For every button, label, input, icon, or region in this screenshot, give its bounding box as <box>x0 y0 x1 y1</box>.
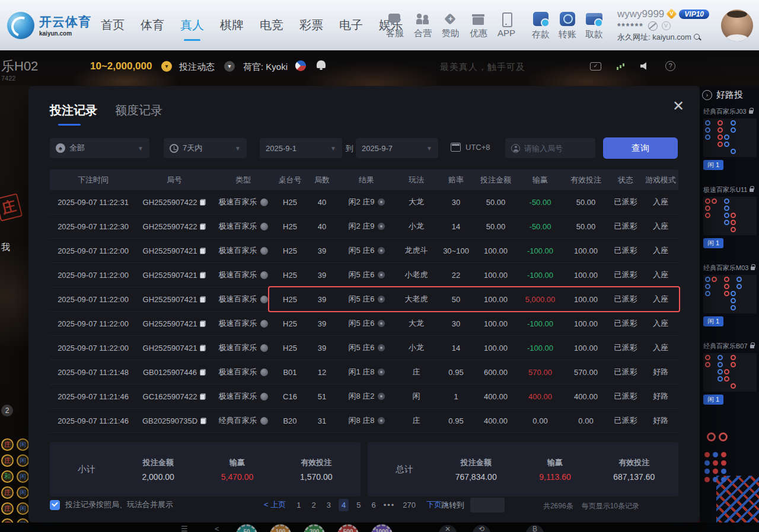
copy-icon[interactable] <box>200 418 206 424</box>
view-result-icon[interactable] <box>378 296 385 303</box>
road-dot <box>749 305 754 310</box>
page-button-2[interactable]: 2 <box>308 499 318 511</box>
eye-off-icon[interactable] <box>648 21 658 31</box>
bet-chip-100[interactable]: 100 <box>270 524 291 532</box>
copy-icon[interactable] <box>200 223 206 230</box>
jump-label: 跳转到 <box>441 500 464 511</box>
copy-icon[interactable] <box>200 296 206 303</box>
bell-icon[interactable] <box>317 60 326 68</box>
road-card[interactable]: 经典百家乐J03闲 1 <box>703 107 757 170</box>
page-button-5[interactable]: 5 <box>353 499 363 511</box>
copy-icon[interactable] <box>200 248 206 254</box>
back-arrow-icon[interactable]: < <box>215 524 219 532</box>
view-result-icon[interactable] <box>378 223 385 230</box>
jump-page-input[interactable] <box>470 498 505 512</box>
video-quality-icon[interactable]: ✓ <box>590 62 601 70</box>
bet-token[interactable]: 庄 <box>1 438 14 451</box>
nav-item-2[interactable]: 真人 <box>180 17 204 33</box>
road-dot <box>736 362 742 367</box>
bet-token[interactable]: 闲 <box>17 438 29 451</box>
road-dot <box>724 277 729 282</box>
cell-game-mode-text: 好路 <box>653 415 668 426</box>
tab-quota-records[interactable]: 额度记录 <box>115 102 162 126</box>
wallet-link[interactable]: 取款 <box>585 10 603 40</box>
bet-token[interactable]: 闲 <box>17 502 29 515</box>
quick-link[interactable]: 客服 <box>386 12 404 39</box>
road-card[interactable]: 极速百家乐U11闲 1 <box>703 185 757 248</box>
bet-token[interactable]: 闲 <box>17 470 29 483</box>
copy-icon[interactable] <box>200 199 206 206</box>
view-result-icon[interactable] <box>378 344 385 351</box>
view-result-icon[interactable] <box>378 417 385 424</box>
help-icon[interactable]: ? <box>665 61 675 71</box>
bet-chip-200[interactable]: 200 <box>304 524 325 532</box>
view-result-icon[interactable] <box>378 247 385 254</box>
nav-item-4[interactable]: 电竞 <box>260 17 283 33</box>
nav-item-1[interactable]: 体育 <box>141 17 164 33</box>
cell-round-id-text: GH2525907421 <box>143 271 197 280</box>
collapse-icon[interactable]: › <box>702 90 712 100</box>
bet-token[interactable]: 闲 <box>17 486 29 499</box>
copy-icon[interactable] <box>200 272 206 278</box>
bet-range-chevron-icon[interactable]: ▾ <box>161 61 172 72</box>
bet-chip-1000[interactable]: 1000 <box>371 524 393 532</box>
nav-item-3[interactable]: 棋牌 <box>220 17 244 33</box>
tab-bet-records[interactable]: 投注记录 <box>50 102 97 126</box>
wallet-link[interactable]: 转账 <box>559 10 576 40</box>
query-button[interactable]: 查询 <box>603 137 678 159</box>
quick-link[interactable]: 优惠 <box>470 12 487 39</box>
table-row: 2025-09-07 11:22:00GH2525907421极速百家乐H253… <box>50 287 678 312</box>
bet-token[interactable]: 庄 <box>1 454 14 467</box>
cell-odds: 30 <box>438 198 474 207</box>
nav-item-5[interactable]: 彩票 <box>299 17 323 33</box>
page-button-270[interactable]: 270 <box>400 499 419 511</box>
copy-icon[interactable] <box>200 345 206 351</box>
chip-menu-icon[interactable]: ☰ <box>181 524 188 532</box>
wallet-link[interactable]: 存款 <box>532 10 550 40</box>
bet-token[interactable]: 和 <box>1 470 14 483</box>
merge-checkbox[interactable] <box>50 500 60 510</box>
prev-page-button[interactable]: < 上页 <box>261 498 289 512</box>
kaiyun-logo[interactable]: 开云体育 kaiyun.com <box>7 12 91 39</box>
user-avatar[interactable] <box>721 9 753 41</box>
date-from-select[interactable]: 2025-9-1 ▼ <box>260 138 342 158</box>
bet-token[interactable]: 庄 <box>1 502 14 515</box>
close-icon[interactable]: ✕ <box>672 99 684 113</box>
page-button-1[interactable]: 1 <box>294 499 304 511</box>
undo-bet-button[interactable]: ⟲ <box>473 525 490 532</box>
banker-button[interactable]: B <box>526 525 544 532</box>
quick-link[interactable]: 赞助 <box>442 12 460 39</box>
token-row: 和闲 <box>1 470 29 483</box>
quick-link[interactable]: 合营 <box>414 12 432 39</box>
view-result-icon[interactable] <box>378 368 385 376</box>
view-result-icon[interactable] <box>378 320 385 327</box>
date-to-select[interactable]: 2025-9-7 ▼ <box>356 138 438 158</box>
quick-link[interactable]: APP <box>498 12 515 39</box>
bet-feed-chevron-icon[interactable]: ▾ <box>224 61 235 72</box>
copy-icon[interactable] <box>200 321 206 327</box>
page-button-3[interactable]: 3 <box>324 499 334 511</box>
search-icon[interactable] <box>694 34 701 41</box>
round-number-input[interactable] <box>524 144 589 153</box>
view-result-icon[interactable] <box>378 271 385 278</box>
copy-icon[interactable] <box>200 369 206 376</box>
lock-icon <box>749 110 753 114</box>
view-result-icon[interactable] <box>378 198 385 206</box>
page-button-6[interactable]: 6 <box>368 499 378 511</box>
date-range-select[interactable]: 7天内 ▼ <box>164 138 247 158</box>
bet-token[interactable]: 闲 <box>17 454 29 467</box>
speaker-icon[interactable] <box>640 62 650 70</box>
game-type-select[interactable]: ♠ 全部 ▼ <box>50 138 149 158</box>
cancel-bet-button[interactable]: ✕ <box>439 525 457 532</box>
bet-token[interactable]: 庄 <box>1 486 14 499</box>
road-card[interactable]: 经典百家乐B07闲 1 <box>703 342 757 405</box>
nav-item-0[interactable]: 首页 <box>101 17 125 33</box>
copy-icon[interactable] <box>200 393 206 400</box>
bet-chip-50[interactable]: 50 <box>236 524 257 532</box>
view-result-icon[interactable] <box>378 393 385 400</box>
cell-bet-time-text: 2025-09-07 11:21:46 <box>58 416 129 425</box>
bet-chip-500[interactable]: 500 <box>337 524 359 532</box>
nav-item-6[interactable]: 电子 <box>339 17 363 33</box>
page-button-4[interactable]: 4 <box>339 499 349 511</box>
road-card[interactable]: 经典百家乐M03闲 1 <box>703 264 757 326</box>
